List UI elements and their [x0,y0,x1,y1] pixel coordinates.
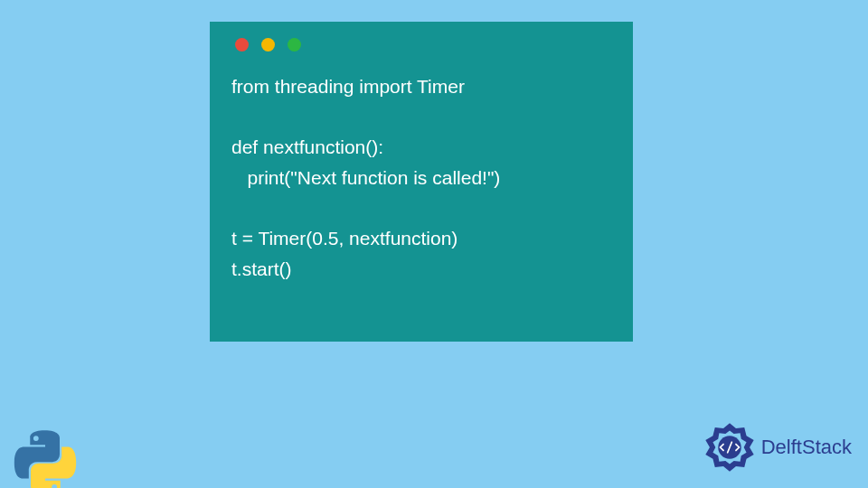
delftstack-brand: DelftStack [703,421,852,474]
close-dot-icon [235,38,249,52]
code-block: from threading import Timer def nextfunc… [231,71,611,284]
code-window: from threading import Timer def nextfunc… [210,22,633,342]
code-line: def nextfunction(): [231,136,383,157]
python-icon [9,427,81,488]
code-line: t = Timer(0.5, nextfunction) [231,228,458,249]
code-line: t.start() [231,258,292,279]
delftstack-label: DelftStack [761,436,852,459]
maximize-dot-icon [288,38,301,52]
code-line: print("Next function is called!") [231,167,500,188]
minimize-dot-icon [261,38,275,52]
window-controls [235,38,611,52]
delftstack-logo-icon [703,421,756,474]
code-line: from threading import Timer [231,76,465,97]
